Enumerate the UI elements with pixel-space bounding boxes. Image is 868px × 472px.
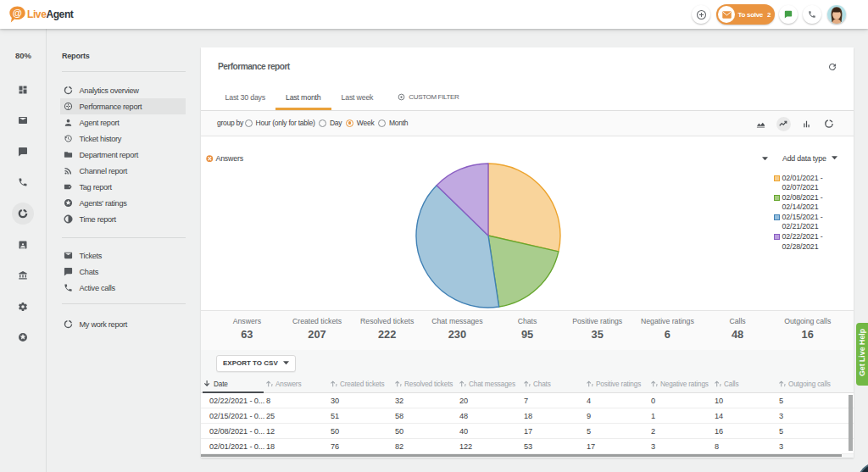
svg-text:@: @: [13, 8, 22, 18]
